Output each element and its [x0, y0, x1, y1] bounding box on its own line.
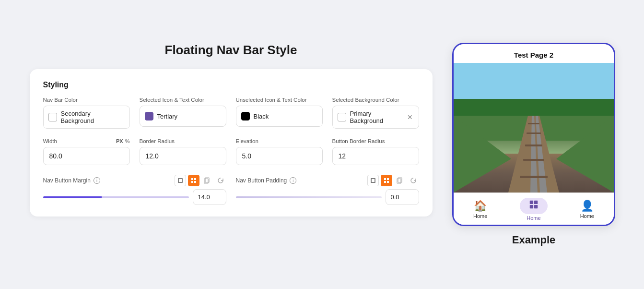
preview-page-title: Test Page 2 — [454, 44, 614, 63]
nav-padding-single-toggle[interactable] — [367, 175, 379, 186]
nav-item-1[interactable]: 🏠 Home — [464, 200, 497, 219]
nav-padding-group: Nav Button Padding i — [236, 175, 419, 205]
nav-margin-group: Nav Button Margin i — [43, 175, 226, 205]
nav-margin-label-row: Nav Button Margin i — [43, 175, 226, 186]
nav-item-3[interactable]: 👤 Home — [570, 200, 604, 219]
nav-padding-copy-icon[interactable] — [394, 175, 406, 186]
svg-rect-3 — [191, 181, 193, 183]
nav-margin-slider-controls — [43, 189, 226, 205]
button-border-radius-input[interactable] — [332, 147, 419, 165]
svg-rect-27 — [530, 201, 533, 204]
svg-marker-16 — [454, 116, 511, 193]
svg-marker-17 — [556, 116, 614, 193]
selected-bg-picker[interactable]: Primary Background ✕ — [332, 106, 419, 129]
unselected-icon-swatch — [241, 112, 250, 120]
nav-margin-toggle-group — [175, 175, 226, 186]
selected-bg-swatch — [338, 113, 346, 121]
nav-padding-label-row: Nav Button Padding i — [236, 175, 419, 186]
width-label: Width — [43, 138, 57, 144]
nav-margin-label: Nav Button Margin — [43, 177, 91, 184]
nav-bar-color-swatch — [48, 113, 57, 121]
svg-rect-23 — [525, 144, 542, 146]
selected-bg-value: Primary Background — [350, 110, 402, 124]
svg-rect-1 — [191, 178, 193, 180]
nav-home-icon-3: 👤 — [581, 200, 594, 212]
elevation-label: Elevation — [236, 138, 323, 144]
nav-margin-slider-track[interactable] — [43, 196, 189, 198]
svg-rect-9 — [387, 178, 389, 180]
width-label-row: Width PX % — [43, 138, 130, 144]
border-radius-input[interactable] — [140, 147, 226, 165]
svg-rect-21 — [528, 123, 539, 124]
svg-rect-8 — [384, 178, 386, 180]
selected-icon-value: Tertiary — [157, 113, 221, 120]
nav-bar-color-value: Secondary Background — [61, 110, 125, 124]
preview-image — [454, 63, 614, 193]
px-unit-button[interactable]: PX — [116, 138, 123, 144]
color-row: Nav Bar Color Secondary Background Selec… — [43, 97, 419, 129]
styling-card: Styling Nav Bar Color Secondary Backgrou… — [30, 69, 433, 217]
elevation-group: Elevation — [236, 138, 323, 165]
nav-padding-info-icon[interactable]: i — [290, 177, 296, 184]
field-row: Width PX % Border Radius — [43, 138, 419, 165]
svg-rect-24 — [523, 159, 544, 161]
selected-bg-clear-button[interactable]: ✕ — [406, 113, 414, 121]
nav-margin-multi-toggle[interactable] — [188, 175, 199, 186]
page-container: Floating Nav Bar Style Styling Nav Bar C… — [0, 0, 644, 289]
unselected-icon-color-group: Unselected Icon & Text Color Black — [236, 97, 323, 129]
example-label: Example — [512, 234, 556, 246]
border-radius-group: Border Radius — [140, 138, 226, 165]
nav-padding-multi-toggle[interactable] — [381, 175, 392, 186]
svg-rect-7 — [371, 179, 375, 182]
nav-item-2[interactable]: Home — [517, 198, 550, 221]
selected-bg-color-group: Selected Background Color Primary Backgr… — [332, 97, 419, 129]
nav-bar-color-group: Nav Bar Color Secondary Background — [43, 97, 130, 129]
phone-navbar: 🏠 Home Home 👤 — [454, 193, 614, 225]
nav-home-label-1: Home — [473, 213, 487, 219]
nav-margin-value-input[interactable] — [193, 189, 226, 205]
unselected-icon-label: Unselected Icon & Text Color — [236, 97, 323, 103]
width-input[interactable] — [43, 147, 130, 165]
nav-bar-color-picker[interactable]: Secondary Background — [43, 106, 130, 129]
svg-rect-28 — [534, 201, 538, 204]
nav-padding-slider-track[interactable] — [236, 196, 382, 198]
svg-rect-30 — [534, 205, 538, 208]
slider-row: Nav Button Margin i — [43, 175, 419, 205]
nav-margin-copy-icon[interactable] — [201, 175, 213, 186]
selected-icon-label: Selected Icon & Text Color — [140, 97, 226, 103]
svg-rect-10 — [384, 181, 386, 183]
svg-rect-0 — [178, 179, 182, 182]
right-section: Test Page 2 — [452, 43, 615, 246]
page-title: Floating Nav Bar Style — [165, 43, 297, 58]
nav-padding-reset-icon[interactable] — [408, 175, 419, 186]
nav-item-selected-bg — [520, 198, 548, 214]
nav-padding-toggle-group — [367, 175, 419, 186]
border-radius-label: Border Radius — [140, 138, 226, 144]
button-border-radius-label: Button Border Radius — [332, 138, 419, 144]
nav-padding-label: Nav Button Padding — [236, 177, 287, 184]
main-layout: Floating Nav Bar Style Styling Nav Bar C… — [0, 43, 644, 246]
unselected-icon-picker[interactable]: Black — [236, 106, 323, 127]
svg-rect-2 — [194, 178, 196, 180]
nav-home-icon-1: 🏠 — [474, 200, 487, 212]
nav-margin-single-toggle[interactable] — [175, 175, 186, 186]
nav-padding-value-input[interactable] — [386, 189, 419, 205]
selected-icon-swatch — [145, 112, 153, 120]
unit-buttons: PX % — [116, 138, 129, 144]
svg-rect-29 — [530, 205, 533, 208]
unselected-icon-value: Black — [254, 113, 317, 120]
elevation-input[interactable] — [236, 147, 323, 165]
phone-preview: Test Page 2 — [452, 43, 615, 226]
svg-rect-4 — [194, 181, 196, 183]
nav-home-icon-2 — [528, 200, 539, 212]
svg-rect-25 — [520, 176, 548, 178]
nav-margin-info-icon[interactable]: i — [94, 177, 100, 184]
nav-padding-slider-controls — [236, 189, 419, 205]
svg-rect-11 — [387, 181, 389, 183]
selected-icon-picker[interactable]: Tertiary — [140, 106, 226, 127]
nav-home-label-3: Home — [580, 213, 594, 219]
pct-unit-button[interactable]: % — [125, 138, 130, 144]
railroad-svg — [454, 63, 614, 193]
nav-home-label-2: Home — [527, 215, 540, 221]
nav-margin-reset-icon[interactable] — [215, 175, 226, 186]
